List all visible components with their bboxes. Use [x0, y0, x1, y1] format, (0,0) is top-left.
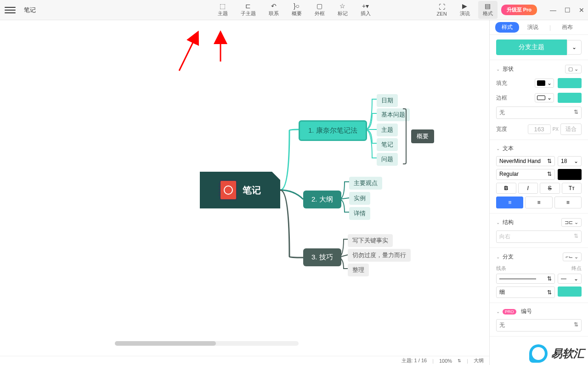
sub-node[interactable]: 主要观点 [349, 177, 382, 190]
canvas[interactable]: 笔记 1. 康奈尔笔记法 2. 大纲 3. 技巧 日期 基本问题 主题 笔记 问… [0, 20, 489, 356]
font-weight-select[interactable]: Regular⇅ [496, 169, 555, 180]
direction-select[interactable]: 向右⇅ [496, 230, 582, 243]
tool-summary[interactable]: }○概要 [287, 1, 306, 19]
bold-button[interactable]: B [496, 183, 516, 194]
tab-present[interactable]: 演说 [521, 22, 545, 33]
tool-relation[interactable]: ↶联系 [264, 1, 283, 19]
font-size-select[interactable]: 18⌄ [558, 156, 582, 166]
border-color[interactable] [558, 93, 582, 103]
app-title: 笔记 [24, 6, 36, 14]
branch-theme-button[interactable]: 分支主题 [496, 39, 567, 55]
fill-color[interactable] [558, 78, 582, 88]
width-input[interactable] [528, 124, 551, 134]
shape-selector[interactable]: ▢ ⌄ [565, 65, 582, 73]
structure-selector[interactable]: ⊐⊏ ⌄ [561, 218, 582, 227]
branch-color[interactable] [558, 286, 582, 297]
tool-format[interactable]: ▤格式 [478, 1, 498, 19]
sub-node[interactable]: 切勿过度，量力而行 [348, 249, 411, 262]
font-family-select[interactable]: NeverMind Hand⇅ [496, 156, 555, 166]
toolbar-tools: ⬚主题 ⊏子主题 ↶联系 }○概要 ▢外框 ☆标记 +▾插入 [213, 1, 375, 19]
tool-zen[interactable]: ⛶ZEN [432, 2, 452, 18]
marker-icon: ☆ [339, 3, 347, 9]
branch-node-1[interactable]: 1. 康奈尔笔记法 [299, 120, 367, 141]
fill-style-select[interactable]: ⌄ [535, 79, 554, 88]
root-node[interactable]: 笔记 [200, 172, 280, 208]
number-select[interactable]: 无⇅ [496, 319, 582, 331]
align-center[interactable]: ≡ [525, 197, 552, 208]
line-thickness-select[interactable]: 细⇅ [496, 286, 555, 298]
svg-line-0 [179, 33, 198, 71]
branch-node-3[interactable]: 3. 技巧 [303, 248, 341, 266]
sub-node[interactable]: 问题 [377, 153, 398, 166]
close-button[interactable]: ✕ [579, 6, 584, 14]
section-branch[interactable]: 分支 ⌐⌙ ⌄ [496, 253, 582, 261]
section-shape[interactable]: 形状 ▢ ⌄ [496, 65, 582, 73]
section-structure[interactable]: 结构 ⊐⊏ ⌄ [496, 218, 582, 227]
italic-button[interactable]: I [518, 183, 538, 194]
minimize-button[interactable]: — [550, 6, 556, 14]
toolbar: 笔记 ⬚主题 ⊏子主题 ↶联系 }○概要 ▢外框 ☆标记 +▾插入 ⛶ZEN ▶… [0, 0, 588, 20]
relation-icon: ↶ [270, 3, 278, 9]
subtopic-icon: ⊏ [244, 3, 252, 9]
strike-button[interactable]: S [540, 183, 560, 194]
summary-icon: }○ [293, 3, 301, 9]
tool-marker[interactable]: ☆标记 [333, 1, 352, 19]
section-text[interactable]: 文本 [496, 145, 582, 152]
align-left[interactable]: ≡ [496, 197, 523, 208]
tool-insert[interactable]: +▾插入 [356, 1, 375, 19]
branch-node-2[interactable]: 2. 大纲 [303, 191, 341, 208]
summary-bracket [403, 108, 407, 164]
sub-node[interactable]: 笔记 [377, 138, 398, 151]
format-icon: ▤ [484, 3, 492, 9]
line-end-select[interactable]: —⌄ [558, 274, 582, 284]
boundary-icon: ▢ [316, 3, 324, 9]
view-mode[interactable]: 大纲 [474, 357, 484, 364]
upgrade-button[interactable]: 升级至 Pro [501, 5, 537, 15]
topic-icon: ⬚ [219, 3, 227, 9]
tool-topic[interactable]: ⬚主题 [213, 1, 232, 19]
tool-boundary[interactable]: ▢外框 [310, 1, 329, 19]
status-bar: 主题: 1 / 16 | 100%⇅ | 大纲 [0, 356, 489, 365]
sub-node[interactable]: 写下关键事实 [348, 234, 393, 247]
section-number[interactable]: PRO 编号 [496, 308, 582, 315]
tab-canvas[interactable]: 画布 [555, 22, 579, 33]
topic-count: 主题: 1 / 16 [401, 357, 427, 364]
sub-node[interactable]: 日期 [377, 94, 398, 107]
insert-icon: +▾ [362, 3, 370, 9]
watermark: 易软汇 [529, 344, 584, 363]
sub-node[interactable]: 实例 [349, 192, 370, 205]
text-color[interactable] [558, 169, 582, 180]
menu-button[interactable] [5, 5, 16, 16]
sub-node[interactable]: 主题 [377, 124, 398, 136]
case-button[interactable]: Tт [562, 183, 582, 194]
border-line-select[interactable]: 无⇅ [496, 107, 582, 119]
sub-node[interactable]: 整理 [348, 264, 369, 276]
fit-button[interactable]: 适合 [560, 124, 582, 135]
horizontal-scrollbar[interactable] [115, 341, 299, 346]
summary-node[interactable]: 概要 [411, 129, 434, 143]
branch-style-selector[interactable]: ⌐⌙ ⌄ [563, 253, 582, 261]
line-style-select[interactable]: ⇅ [496, 274, 555, 284]
logo-icon [529, 344, 548, 363]
tab-style[interactable]: 样式 [495, 22, 519, 33]
root-label: 笔记 [243, 184, 261, 197]
format-panel: 样式 演说 | 画布 分支主题 ⌄ 形状 ▢ ⌄ 填充 ⌄ 边框 ⌄ 无⇅ 宽度 [489, 20, 588, 365]
sub-node[interactable]: 详情 [349, 207, 370, 220]
align-right[interactable]: ≡ [554, 197, 582, 208]
maximize-button[interactable]: ☐ [565, 6, 571, 14]
zoom-level[interactable]: 100% [439, 358, 452, 364]
border-style-select[interactable]: ⌄ [535, 93, 554, 102]
present-icon: ▶ [461, 3, 469, 9]
tool-present[interactable]: ▶演说 [455, 1, 475, 19]
zen-icon: ⛶ [438, 4, 446, 10]
notebook-icon [220, 180, 237, 200]
branch-theme-dropdown[interactable]: ⌄ [567, 40, 582, 55]
tool-subtopic[interactable]: ⊏子主题 [236, 1, 260, 19]
